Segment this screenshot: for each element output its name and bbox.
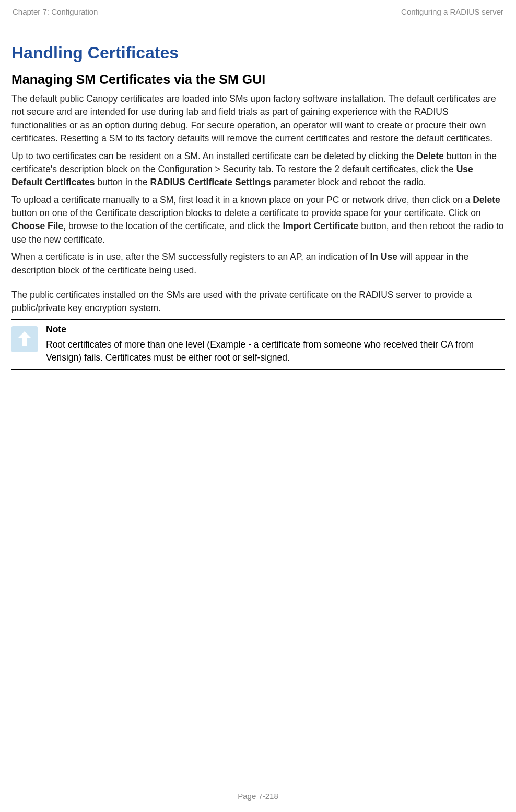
- heading-handling-certificates: Handling Certificates: [11, 43, 505, 63]
- note-body: Root certificates of more than one level…: [46, 338, 498, 365]
- page-content: Handling Certificates Managing SM Certif…: [0, 16, 516, 370]
- note-title: Note: [46, 324, 498, 335]
- header-chapter: Chapter 7: Configuration: [13, 7, 98, 16]
- paragraph-upload: To upload a certificate manually to a SM…: [11, 194, 505, 247]
- text-span: button on one of the Certificate descrip…: [11, 208, 481, 218]
- paragraph-delete-restore: Up to two certificates can be resident o…: [11, 150, 505, 189]
- text-span: button in the: [95, 177, 150, 187]
- text-span: Up to two certificates can be resident o…: [11, 151, 416, 161]
- bold-choose-file: Choose File,: [11, 221, 66, 231]
- paragraph-public-certificates: The public certificates installed on the…: [11, 289, 505, 315]
- note-section: Note Root certificates of more than one …: [11, 319, 505, 371]
- heading-managing-sm-certificates: Managing SM Certificates via the SM GUI: [11, 72, 505, 87]
- bold-delete: Delete: [416, 151, 444, 161]
- text-span: When a certificate is in use, after the …: [11, 252, 370, 262]
- page-header: Chapter 7: Configuration Configuring a R…: [0, 0, 516, 16]
- bold-radius-certificate-settings: RADIUS Certificate Settings: [150, 177, 271, 187]
- paragraph-defaults: The default public Canopy certificates a…: [11, 92, 505, 146]
- bold-in-use: In Use: [370, 252, 397, 262]
- text-span: To upload a certificate manually to a SM…: [11, 195, 473, 205]
- bold-delete-2: Delete: [473, 195, 500, 205]
- note-text: Note Root certificates of more than one …: [46, 324, 505, 365]
- bold-import-certificate: Import Certificate: [283, 221, 358, 231]
- svg-marker-1: [18, 332, 31, 345]
- paragraph-in-use: When a certificate is in use, after the …: [11, 250, 505, 277]
- page-footer: Page 7-218: [0, 792, 516, 801]
- note-icon: [11, 326, 38, 352]
- text-span: browse to the location of the certificat…: [66, 221, 283, 231]
- text-span: parameter block and reboot the radio.: [271, 177, 426, 187]
- header-section: Configuring a RADIUS server: [401, 7, 503, 16]
